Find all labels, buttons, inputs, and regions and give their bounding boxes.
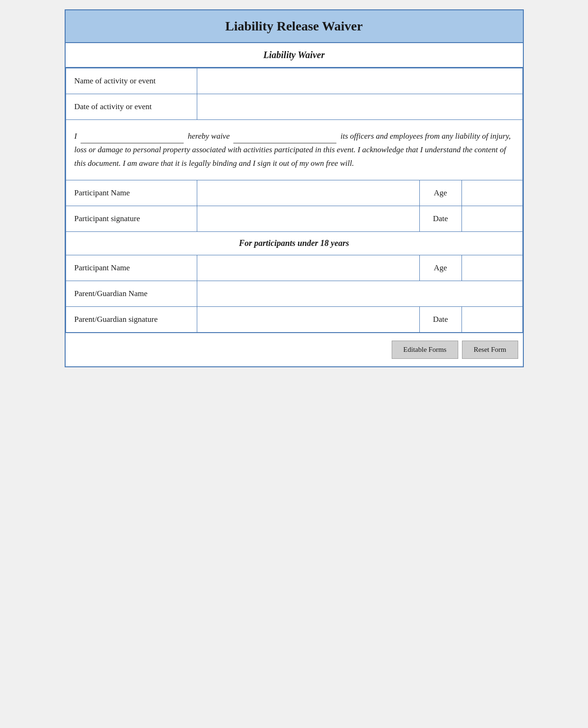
guardian-name-cell[interactable] (197, 281, 522, 306)
minor-age-cell[interactable] (461, 255, 522, 281)
form-table: Name of activity or event Date of activi… (66, 68, 523, 333)
activity-date-row: Date of activity or event (66, 94, 522, 120)
participant-name-label: Participant Name (66, 180, 197, 206)
participant-signature-input[interactable] (206, 213, 411, 225)
minor-participant-name-row: Participant Name Age (66, 255, 522, 281)
date-input-2[interactable] (470, 313, 514, 326)
minor-participant-name-input[interactable] (206, 262, 411, 274)
guardian-signature-row: Parent/Guardian signature Date (66, 306, 522, 332)
activity-date-label: Date of activity or event (66, 94, 197, 120)
guardian-signature-cell[interactable] (197, 306, 419, 332)
minor-age-label: Age (419, 255, 461, 281)
date-label-2: Date (419, 306, 461, 332)
waiver-text-hereby: hereby waive (188, 132, 230, 141)
waiver-text-i: I (74, 132, 77, 141)
participant-signature-cell[interactable] (197, 206, 419, 231)
waiver-blank-2 (233, 129, 336, 143)
activity-date-cell[interactable] (197, 94, 522, 120)
activity-name-row: Name of activity or event (66, 68, 522, 94)
minor-participant-name-cell[interactable] (197, 255, 419, 281)
activity-name-cell[interactable] (197, 68, 522, 94)
guardian-name-row: Parent/Guardian Name (66, 281, 522, 306)
reset-form-button[interactable]: Reset Form (462, 341, 518, 359)
editable-forms-button[interactable]: Editable Forms (392, 341, 458, 359)
age-cell[interactable] (461, 180, 522, 206)
form-container: Liability Release Waiver Liability Waive… (65, 9, 524, 367)
page-title: Liability Release Waiver (66, 10, 523, 43)
guardian-name-input[interactable] (206, 288, 514, 300)
waiver-text-row: I hereby waive its officers and employee… (66, 120, 522, 180)
activity-date-input[interactable] (206, 101, 514, 113)
participant-signature-label: Participant signature (66, 206, 197, 231)
footer-buttons: Editable Forms Reset Form (66, 333, 523, 366)
guardian-name-label: Parent/Guardian Name (66, 281, 197, 306)
participant-signature-row: Participant signature Date (66, 206, 522, 231)
participant-name-input[interactable] (206, 187, 411, 199)
guardian-signature-label: Parent/Guardian signature (66, 306, 197, 332)
activity-name-label: Name of activity or event (66, 68, 197, 94)
participant-name-row: Participant Name Age (66, 180, 522, 206)
under18-header-row: For participants under 18 years (66, 231, 522, 255)
under18-header-cell: For participants under 18 years (66, 231, 522, 255)
guardian-signature-input[interactable] (206, 313, 411, 326)
form-subtitle: Liability Waiver (66, 43, 523, 68)
participant-name-cell[interactable] (197, 180, 419, 206)
waiver-blank-1 (81, 129, 184, 143)
date-input-1[interactable] (470, 213, 514, 225)
date-cell-2[interactable] (461, 306, 522, 332)
date-cell-1[interactable] (461, 206, 522, 231)
waiver-text-cell: I hereby waive its officers and employee… (66, 120, 522, 180)
activity-name-input[interactable] (206, 75, 514, 87)
minor-participant-name-label: Participant Name (66, 255, 197, 281)
date-label-1: Date (419, 206, 461, 231)
age-label: Age (419, 180, 461, 206)
minor-age-input[interactable] (470, 262, 514, 274)
age-input[interactable] (470, 187, 514, 199)
